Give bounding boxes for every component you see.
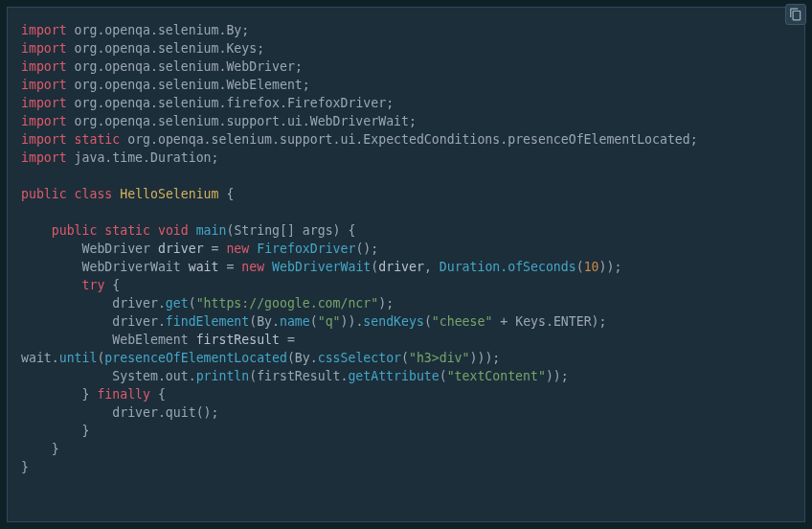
method-call: findElement: [166, 314, 249, 329]
kw-finally: finally: [97, 387, 150, 402]
method-params: String[] args: [234, 223, 332, 238]
method-name: main: [196, 223, 227, 238]
import-cls: WebDriver: [226, 59, 294, 74]
kw-import: import: [21, 59, 67, 74]
kw-static: static: [104, 223, 150, 238]
import-static-member: presenceOfElementLocated: [508, 132, 690, 147]
kw-new: new: [226, 242, 249, 256]
kw-try: try: [82, 278, 105, 292]
kw-void: void: [158, 223, 189, 238]
kw-public: public: [21, 187, 67, 201]
kw-new: new: [241, 260, 264, 274]
call: driver.quit: [112, 405, 195, 420]
kw-import: import: [21, 132, 67, 147]
method-call: sendKeys: [363, 314, 424, 329]
import-cls: Keys: [226, 41, 257, 56]
arg: driver: [378, 260, 424, 274]
import-pkg: org.openqa.selenium.support.ui: [75, 114, 303, 128]
import-cls: By: [226, 23, 241, 37]
kw-public: public: [52, 223, 98, 238]
import-pkg: org.openqa.selenium: [75, 78, 219, 92]
string-literal: "cheese": [432, 314, 493, 329]
class-name: HelloSelenium: [120, 187, 218, 201]
import-cls: Duration: [150, 150, 212, 165]
method-call: cssSelector: [318, 351, 401, 365]
import-cls: WebDriverWait: [310, 114, 409, 128]
ctor-name: FirefoxDriver: [257, 242, 355, 256]
kw-import: import: [21, 78, 67, 92]
enum-const: Keys.ENTER: [515, 314, 591, 329]
import-pkg: org.openqa.selenium.firefox: [75, 96, 280, 110]
var-name: firstResult: [196, 333, 280, 347]
import-pkg: org.openqa.selenium: [75, 41, 219, 56]
num-literal: 10: [584, 260, 599, 274]
var-type: WebDriverWait: [82, 260, 181, 274]
import-pkg: org.openqa.selenium: [75, 23, 219, 37]
code-block: import org.openqa.selenium.By; import or…: [7, 7, 805, 522]
method-call: presenceOfElementLocated: [104, 351, 287, 365]
method-call: getAttribute: [348, 369, 439, 383]
kw-import: import: [21, 114, 67, 128]
code-content: import org.openqa.selenium.By; import or…: [21, 21, 791, 476]
import-cls: FirefoxDriver: [287, 96, 386, 110]
method-call: name: [280, 314, 310, 329]
var-type: WebElement: [112, 333, 188, 347]
kw-import: import: [21, 96, 67, 110]
import-static-pkg: org.openqa.selenium.support.ui.ExpectedC…: [127, 132, 500, 147]
var-name: driver: [158, 242, 204, 256]
clipboard-icon: [789, 8, 802, 21]
string-literal: "q": [318, 314, 341, 329]
kw-import: import: [21, 41, 67, 56]
string-literal: "https://google.com/ncr": [196, 296, 379, 310]
ctor-name: WebDriverWait: [272, 260, 371, 274]
string-literal: "textContent": [447, 369, 546, 383]
var-name: wait: [189, 260, 219, 274]
string-literal: "h3>div": [409, 351, 470, 365]
kw-import: import: [21, 150, 67, 165]
method-call: get: [166, 296, 189, 310]
var-type: WebDriver: [82, 242, 150, 256]
copy-button[interactable]: [785, 4, 806, 25]
method-call: println: [196, 369, 250, 383]
import-pkg: java.time: [75, 150, 143, 165]
kw-class: class: [75, 187, 113, 201]
kw-static: static: [75, 132, 121, 147]
import-pkg: org.openqa.selenium: [75, 59, 219, 74]
call: Duration.ofSeconds: [440, 260, 576, 274]
method-call: until: [59, 351, 98, 365]
kw-import: import: [21, 23, 67, 37]
import-cls: WebElement: [226, 78, 302, 92]
